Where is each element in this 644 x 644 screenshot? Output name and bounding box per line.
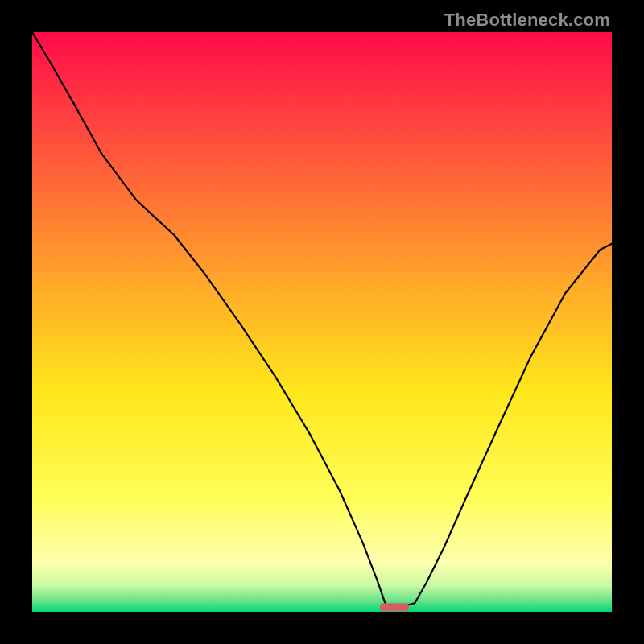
chart-frame: TheBottleneck.com: [0, 0, 644, 644]
optimal-marker: [380, 603, 409, 611]
plot-area: [32, 32, 612, 612]
gradient-background: [32, 32, 612, 612]
watermark-text: TheBottleneck.com: [444, 10, 610, 31]
chart-canvas: [32, 32, 612, 612]
